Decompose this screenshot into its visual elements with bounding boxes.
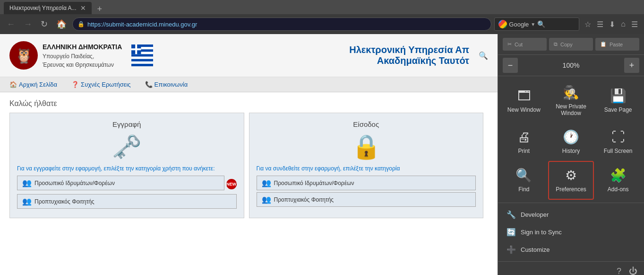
sync-icon: 🔄 bbox=[507, 228, 516, 237]
customize-button[interactable]: ➕ Customize bbox=[503, 242, 639, 257]
reg-institution-label: Προσωπικό Ιδρυμάτων/Φορέων bbox=[34, 180, 115, 186]
login-desc: Για να συνδεθείτε στην εφαρμογή, επιλέξτ… bbox=[257, 165, 476, 172]
lock-icon: 🔒 bbox=[257, 133, 476, 160]
developer-icon: 🔧 bbox=[507, 210, 516, 219]
new-window-button[interactable]: 🗔 New Window bbox=[501, 79, 547, 123]
new-window-icon: 🗔 bbox=[517, 88, 531, 104]
preferences-label: Preferences bbox=[556, 186, 586, 193]
print-label: Print bbox=[518, 148, 530, 154]
svg-rect-3 bbox=[131, 57, 153, 59]
users-icon: 👥 bbox=[22, 178, 32, 187]
addons-label: Add-ons bbox=[608, 186, 629, 193]
history-icon: 🕐 bbox=[563, 129, 579, 145]
ministry-text: ΕΛΛΗΝΙΚΗ ΔΗΜΟΚΡΑΤΙΑ Υπουργείο Παιδείας, … bbox=[43, 42, 122, 69]
nav-home-link[interactable]: 🏠 Αρχική Σελίδα bbox=[9, 81, 57, 88]
firefox-menu-panel: ✂ Cut ⧉ Copy 📋 Paste − 100% + bbox=[498, 34, 644, 275]
navigation-bar: ← → ↻ 🏠 🔒 https://submit-academicid.mine… bbox=[0, 14, 644, 34]
login-student-label: Προπτυχιακός Φοιτητής bbox=[274, 196, 334, 203]
faq-icon: ❓ bbox=[71, 81, 79, 88]
quit-button[interactable]: ⏻ bbox=[627, 265, 639, 275]
full-screen-button[interactable]: ⛶ Full Screen bbox=[595, 124, 641, 160]
copy-button[interactable]: ⧉ Copy bbox=[549, 38, 593, 51]
addons-button[interactable]: 🧩 Add-ons bbox=[595, 161, 641, 199]
help-button[interactable]: ? bbox=[615, 265, 623, 275]
developer-button[interactable]: 🔧 Developer bbox=[503, 207, 639, 222]
zoom-row: − 100% + bbox=[498, 55, 644, 76]
reg-institution-button[interactable]: 👥 Προσωπικό Ιδρυμάτων/Φορέων bbox=[17, 176, 224, 190]
home-nav-icon: 🏠 bbox=[9, 81, 17, 88]
org-name: ΕΛΛΗΝΙΚΗ ΔΗΜΟΚΡΑΤΙΑ bbox=[43, 42, 122, 52]
developer-label: Developer bbox=[521, 211, 549, 218]
find-icon: 🔍 bbox=[515, 168, 532, 183]
registration-desc: Για να εγγραφείτε στην εφαρμογή, επιλέξτ… bbox=[17, 165, 237, 172]
hamburger-menu-button[interactable]: ☰ bbox=[629, 18, 640, 31]
search-bar[interactable]: Google ▼ 🔍 bbox=[494, 18, 579, 31]
welcome-text: Καλώς ήλθατε bbox=[0, 92, 498, 113]
toolbar-icons: ☆ ☰ ⬇ ⌂ ☰ bbox=[582, 18, 640, 31]
menu-grid: 🗔 New Window 🕵 New Private Window 💾 Save… bbox=[498, 76, 644, 203]
bookmark-star-button[interactable]: ☆ bbox=[582, 18, 593, 31]
search-dropdown-icon[interactable]: ▼ bbox=[531, 22, 535, 27]
login-users-icon: 👥 bbox=[262, 178, 271, 187]
copy-icon: ⧉ bbox=[554, 41, 558, 47]
save-page-icon: 💾 bbox=[610, 88, 627, 104]
nav-contact-label: Επικοινωνία bbox=[155, 81, 188, 88]
customize-icon: ➕ bbox=[507, 245, 516, 254]
zoom-value: 100% bbox=[520, 62, 622, 69]
save-page-button[interactable]: 💾 Save Page bbox=[595, 79, 641, 123]
edit-row: ✂ Cut ⧉ Copy 📋 Paste bbox=[498, 34, 644, 55]
copy-label: Copy bbox=[560, 42, 573, 47]
history-button[interactable]: 🕐 History bbox=[548, 124, 594, 160]
paste-icon: 📋 bbox=[600, 41, 607, 47]
save-page-label: Save Page bbox=[604, 106, 632, 113]
zoom-page-button[interactable]: 🔍 bbox=[479, 51, 488, 60]
home-button[interactable]: 🏠 bbox=[53, 17, 69, 31]
webpage: 🦉 ΕΛΛΗΝΙΚΗ ΔΗΜΟΚΡΑΤΙΑ Υπουργείο Παιδείας… bbox=[0, 34, 498, 275]
reg-student-button[interactable]: 👥 Προπτυχιακός Φοιτητής bbox=[17, 194, 237, 209]
find-label: Find bbox=[518, 186, 529, 193]
nav-faq-link[interactable]: ❓ Συχνές Ερωτήσεις bbox=[71, 81, 131, 88]
new-private-window-button[interactable]: 🕵 New Private Window bbox=[548, 79, 594, 123]
preferences-icon: ⚙ bbox=[565, 168, 577, 183]
cards-area: Εγγραφή 🗝️ Για να εγγραφείτε στην εφαρμο… bbox=[0, 113, 498, 218]
login-card: Είσοδος 🔒 Για να συνδεθείτε στην εφαρμογ… bbox=[249, 113, 484, 218]
cut-button[interactable]: ✂ Cut bbox=[503, 38, 547, 51]
print-button[interactable]: 🖨 Print bbox=[501, 124, 547, 160]
secure-lock-icon: 🔒 bbox=[77, 21, 85, 27]
full-screen-icon: ⛶ bbox=[611, 129, 625, 145]
zoom-in-button[interactable]: + bbox=[624, 58, 639, 73]
nav-contact-link[interactable]: 📞 Επικοινωνία bbox=[145, 81, 188, 88]
home-nav-button[interactable]: ⌂ bbox=[618, 18, 628, 30]
owl-logo: 🦉 bbox=[9, 41, 38, 70]
nav-home-label: Αρχική Σελίδα bbox=[19, 81, 57, 88]
find-button[interactable]: 🔍 Find bbox=[501, 161, 547, 199]
student-icon: 👥 bbox=[22, 197, 32, 206]
back-button[interactable]: ← bbox=[4, 18, 18, 31]
registration-title: Εγγραφή bbox=[17, 120, 237, 128]
login-student-button[interactable]: 👥 Προπτυχιακός Φοιτητής bbox=[257, 192, 476, 207]
new-tab-button[interactable]: + bbox=[94, 4, 106, 14]
bookmark-list-button[interactable]: ☰ bbox=[594, 18, 606, 31]
preferences-button[interactable]: ⚙ Preferences bbox=[548, 161, 594, 199]
reload-button[interactable]: ↻ bbox=[38, 17, 51, 31]
download-button[interactable]: ⬇ bbox=[607, 18, 618, 31]
tab-close-button[interactable]: ✕ bbox=[80, 4, 86, 12]
contact-icon: 📞 bbox=[145, 81, 153, 88]
search-engine-label: Google bbox=[509, 21, 529, 28]
history-label: History bbox=[562, 148, 580, 154]
login-institution-button[interactable]: 👥 Προσωπικό Ιδρυμάτων/Φορέων bbox=[257, 176, 476, 190]
menu-bottom: 🔧 Developer 🔄 Sign in to Sync ➕ Customiz… bbox=[498, 203, 644, 261]
address-bar[interactable]: 🔒 https://submit-academicid.minedu.gov.g… bbox=[72, 18, 491, 31]
ministry-line1: Υπουργείο Παιδείας, bbox=[43, 52, 122, 61]
paste-button[interactable]: 📋 Paste bbox=[595, 38, 639, 51]
tab-title: Ηλεκτρονική Υπηρεσία Α... bbox=[9, 5, 77, 11]
active-tab[interactable]: Ηλεκτρονική Υπηρεσία Α... ✕ bbox=[4, 2, 92, 14]
registration-card: Εγγραφή 🗝️ Για να εγγραφείτε στην εφαρμο… bbox=[9, 113, 244, 218]
search-magnify-icon: 🔍 bbox=[537, 20, 545, 28]
new-window-label: New Window bbox=[507, 106, 541, 113]
forward-button[interactable]: → bbox=[21, 18, 35, 31]
content-area: 🦉 ΕΛΛΗΝΙΚΗ ΔΗΜΟΚΡΑΤΙΑ Υπουργείο Παιδείας… bbox=[0, 34, 644, 275]
google-icon bbox=[498, 20, 507, 28]
zoom-out-button[interactable]: − bbox=[503, 58, 518, 73]
sync-button[interactable]: 🔄 Sign in to Sync bbox=[503, 224, 639, 240]
